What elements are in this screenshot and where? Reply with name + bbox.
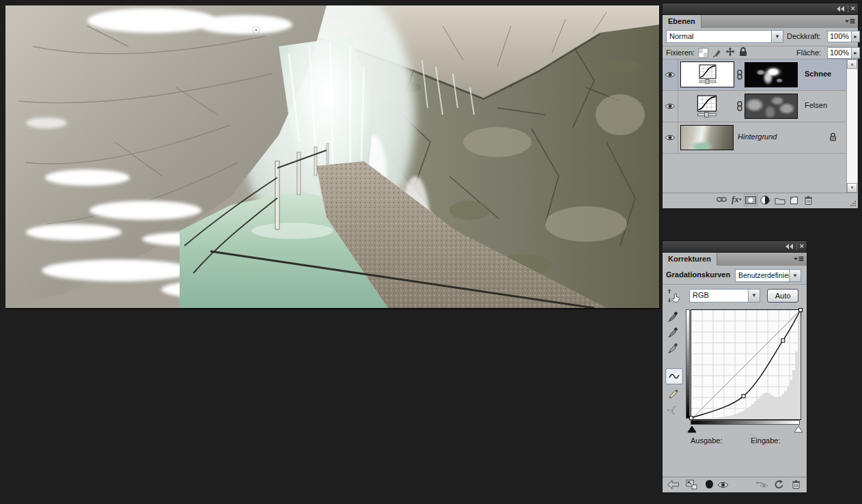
expanded-view-icon[interactable] bbox=[686, 479, 697, 490]
opacity-value[interactable]: 100% bbox=[827, 31, 852, 42]
fill-value[interactable]: 100% bbox=[827, 47, 852, 59]
chevron-down-icon[interactable]: ▼ bbox=[789, 270, 801, 281]
gorge-photo bbox=[5, 5, 659, 308]
eye-icon bbox=[665, 71, 676, 79]
lock-paint-icon[interactable] bbox=[712, 47, 722, 57]
layers-scrollbar[interactable]: ▲ ▼ bbox=[846, 59, 857, 193]
white-input-slider[interactable] bbox=[794, 425, 803, 433]
layer-locked-icon bbox=[829, 132, 837, 141]
chevron-down-icon[interactable]: ▼ bbox=[771, 31, 783, 42]
layer-name[interactable]: Felsen bbox=[805, 101, 827, 109]
return-to-adjustment-list-icon[interactable] bbox=[667, 479, 680, 490]
background-layer-thumbnail[interactable] bbox=[680, 125, 734, 150]
lock-position-icon[interactable] bbox=[725, 47, 735, 57]
view-previous-state-eye-icon[interactable] bbox=[756, 480, 770, 489]
layer-mask-thumbnail[interactable] bbox=[745, 62, 798, 87]
black-input-slider[interactable] bbox=[687, 425, 697, 433]
new-group-icon[interactable] bbox=[775, 195, 785, 205]
eye-icon bbox=[665, 134, 676, 141]
edit-points-tool-button[interactable] bbox=[665, 368, 683, 384]
output-gradient-bar bbox=[686, 309, 690, 419]
close-panel-icon[interactable]: × bbox=[800, 242, 804, 250]
link-mask-icon[interactable] bbox=[736, 101, 743, 111]
adjustments-bottom-bar bbox=[663, 477, 807, 492]
layer-row-schnee[interactable]: Schnee bbox=[663, 59, 847, 91]
layers-panel: × Ebenen Normal ▼ Deckkraft: 100% ► Fixi… bbox=[662, 3, 859, 209]
color-sample-target-icon bbox=[253, 27, 260, 33]
divider bbox=[848, 5, 848, 12]
curves-adjustment-thumbnail[interactable] bbox=[680, 61, 734, 87]
panel-resize-grip[interactable] bbox=[850, 200, 857, 207]
fill-label: Fläche: bbox=[796, 48, 821, 57]
smooth-curve-icon[interactable] bbox=[667, 405, 679, 415]
tab-ebenen[interactable]: Ebenen bbox=[663, 15, 701, 28]
curves-graph[interactable] bbox=[691, 309, 801, 420]
layers-bottom-bar: fx▾ bbox=[663, 193, 858, 208]
adjustment-title: Gradationskurven bbox=[666, 270, 730, 279]
draw-curve-pencil-icon[interactable] bbox=[668, 389, 679, 400]
link-layers-icon[interactable] bbox=[716, 195, 727, 204]
add-layer-mask-icon[interactable] bbox=[744, 194, 757, 206]
channel-select[interactable]: RGB ▼ bbox=[689, 289, 760, 303]
visibility-toggle[interactable] bbox=[663, 91, 678, 122]
reset-adjustment-icon[interactable] bbox=[773, 479, 783, 490]
lock-transparency-icon[interactable] bbox=[698, 48, 708, 58]
fill-spinner-icon[interactable]: ► bbox=[851, 47, 860, 59]
adjustments-panel-body: Gradationskurven Benutzerdefiniert ▼ RGB… bbox=[663, 266, 807, 492]
chevron-down-icon[interactable]: ▼ bbox=[748, 290, 760, 302]
document-canvas[interactable] bbox=[5, 5, 659, 308]
tab-korrekturen[interactable]: Korrekturen bbox=[663, 253, 717, 266]
layer-name[interactable]: Schnee bbox=[805, 70, 831, 78]
curves-thumbnail-icon bbox=[697, 64, 718, 85]
layer-row-felsen[interactable]: Felsen bbox=[663, 91, 847, 122]
channel-value: RGB bbox=[690, 290, 748, 302]
panel-menu-icon[interactable] bbox=[793, 256, 804, 262]
gray-point-eyedropper-icon[interactable] bbox=[668, 326, 680, 338]
blend-mode-value: Normal bbox=[667, 31, 771, 42]
lock-all-icon[interactable] bbox=[739, 47, 747, 57]
adjustments-dock-bar: × bbox=[663, 241, 807, 253]
panel-menu-icon[interactable] bbox=[844, 18, 855, 25]
preset-value: Benutzerdefiniert bbox=[736, 270, 789, 281]
adjustments-panel: × Korrekturen Gradationskurven Benutzerd… bbox=[662, 240, 807, 493]
delete-adjustment-trash-icon[interactable] bbox=[791, 479, 801, 490]
auto-button[interactable]: Auto bbox=[767, 289, 798, 303]
scroll-up-icon[interactable]: ▲ bbox=[847, 59, 857, 69]
layer-mask-thumbnail[interactable] bbox=[745, 94, 798, 119]
preset-select[interactable]: Benutzerdefiniert ▼ bbox=[735, 269, 801, 282]
visibility-toggle[interactable] bbox=[663, 59, 678, 90]
layer-style-fx-icon[interactable]: fx▾ bbox=[732, 195, 741, 204]
opacity-label: Deckkraft: bbox=[787, 32, 821, 40]
output-label: Ausgabe: bbox=[691, 436, 722, 445]
photoshop-workspace: × Ebenen Normal ▼ Deckkraft: 100% ► Fixi… bbox=[0, 0, 862, 504]
targeted-adjustment-tool-icon[interactable] bbox=[667, 288, 683, 303]
collapse-panels-icon[interactable] bbox=[836, 5, 845, 12]
curves-adjustment-thumbnail[interactable] bbox=[695, 95, 719, 118]
close-panel-icon[interactable]: × bbox=[851, 5, 855, 12]
scroll-down-icon[interactable]: ▼ bbox=[847, 183, 857, 193]
tone-curve-chart bbox=[691, 310, 801, 419]
toggle-visibility-eye-icon[interactable] bbox=[717, 481, 729, 489]
collapse-panels-icon[interactable] bbox=[785, 243, 794, 250]
new-layer-icon[interactable] bbox=[789, 195, 799, 205]
layer-name[interactable]: Hintergrund bbox=[738, 132, 777, 141]
eye-icon bbox=[665, 102, 676, 110]
black-point-eyedropper-icon[interactable] bbox=[668, 311, 680, 322]
opacity-spinner-icon[interactable]: ► bbox=[851, 31, 860, 42]
link-mask-icon[interactable] bbox=[736, 70, 743, 80]
new-adjustment-layer-icon[interactable] bbox=[760, 195, 774, 206]
delete-layer-trash-icon[interactable] bbox=[803, 195, 814, 206]
curve-squiggle-icon bbox=[668, 372, 680, 380]
input-gradient-bar bbox=[691, 420, 800, 425]
layers-dock-bar: × bbox=[663, 3, 858, 15]
clip-to-layer-icon[interactable] bbox=[705, 479, 714, 489]
layers-tab-bar: Ebenen bbox=[663, 15, 858, 29]
divider bbox=[796, 243, 797, 250]
adjustments-tab-bar: Korrekturen bbox=[663, 253, 807, 266]
blend-mode-select[interactable]: Normal ▼ bbox=[666, 30, 783, 43]
divider bbox=[663, 46, 858, 46]
visibility-toggle[interactable] bbox=[663, 122, 678, 153]
layer-row-hintergrund[interactable]: Hintergrund bbox=[663, 122, 847, 154]
input-label: Eingabe: bbox=[751, 436, 780, 445]
white-point-eyedropper-icon[interactable] bbox=[668, 342, 680, 354]
